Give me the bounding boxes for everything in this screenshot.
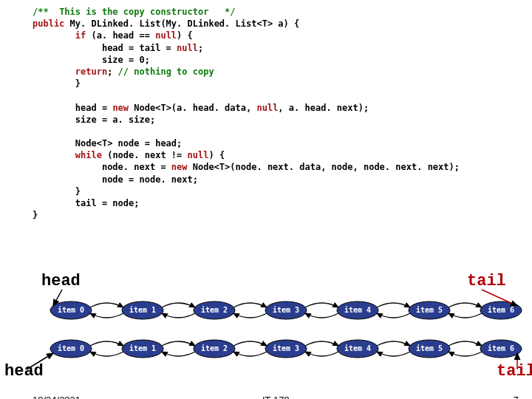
svg-text:item 0: item 0 [58, 306, 84, 314]
svg-text:item 0: item 0 [58, 344, 84, 352]
footer-course: IT 179 [262, 395, 290, 399]
svg-text:item 2: item 2 [201, 306, 228, 314]
svg-text:item 5: item 5 [416, 306, 443, 314]
svg-text:item 3: item 3 [273, 306, 299, 314]
footer-date: 10/24/2021 [33, 395, 81, 399]
svg-text:item 6: item 6 [488, 344, 514, 352]
svg-text:item 5: item 5 [416, 344, 443, 352]
svg-text:item 2: item 2 [201, 344, 228, 352]
svg-text:item 6: item 6 [488, 306, 514, 314]
svg-text:item 1: item 1 [129, 306, 156, 314]
svg-text:item 4: item 4 [344, 306, 371, 314]
svg-text:item 4: item 4 [344, 344, 371, 352]
footer-page-number: 7 [514, 395, 519, 399]
linked-list-diagram: item 0item 1item 2item 3item 4item 5item… [0, 0, 532, 399]
svg-text:item 3: item 3 [273, 344, 299, 352]
svg-text:item 1: item 1 [129, 344, 156, 352]
